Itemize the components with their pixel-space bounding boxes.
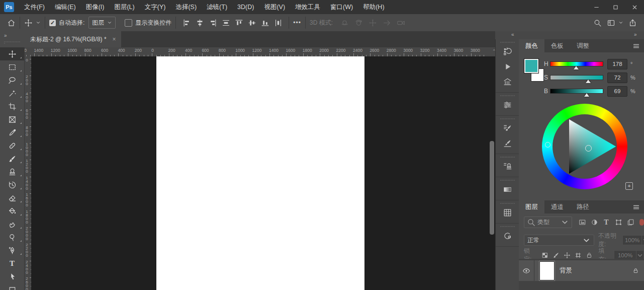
slider-track[interactable]	[550, 89, 603, 94]
auto-select-dropdown[interactable]: 图层	[88, 17, 116, 29]
auto-select-checkbox[interactable]: ✓	[49, 20, 56, 26]
image-filter-icon[interactable]	[576, 219, 588, 226]
blend-mode-dropdown[interactable]: 正常	[524, 235, 594, 246]
menu-item-v[interactable]: 视图(V)	[259, 0, 290, 14]
frame-tool[interactable]	[0, 113, 24, 126]
type-tool[interactable]: T	[0, 257, 24, 270]
minimize-button[interactable]	[587, 0, 606, 14]
collapse-dock-icon[interactable]: «	[511, 32, 514, 37]
color-tab-颜色[interactable]: 颜色	[519, 39, 544, 52]
smart-object-filter-icon[interactable]	[624, 219, 636, 226]
layer-thumbnail[interactable]	[539, 261, 555, 280]
color-panel-menu-icon[interactable]	[632, 42, 640, 50]
history-panel-icon[interactable]	[499, 44, 516, 59]
menu-item-h[interactable]: 帮助(H)	[358, 0, 389, 14]
menu-item-dd[interactable]: 3D(D)	[232, 0, 259, 14]
slider-thumb[interactable]	[574, 66, 579, 69]
lock-checker-icon[interactable]	[539, 252, 550, 259]
menu-item-f[interactable]: 文件(F)	[19, 0, 50, 14]
opacity-value[interactable]: 100%	[622, 235, 642, 245]
lock-artboard-icon[interactable]	[573, 252, 584, 259]
brush-tool[interactable]	[0, 152, 24, 165]
menu-item-[interactable]: 增效工具	[290, 0, 325, 14]
wand-tool[interactable]	[0, 87, 24, 100]
distribute-v-icon[interactable]	[271, 16, 285, 29]
type-small-filter-icon[interactable]: T	[600, 219, 612, 227]
sb-marker[interactable]	[585, 145, 592, 152]
slider-value-input[interactable]: 69	[607, 86, 627, 97]
sb-triangle[interactable]	[542, 104, 627, 189]
align-right-icon[interactable]	[206, 16, 219, 29]
foreground-color-swatch[interactable]	[524, 58, 539, 74]
share-icon[interactable]	[628, 16, 637, 29]
rotate-view-panel-icon[interactable]	[499, 228, 516, 243]
chevron-down-icon[interactable]	[36, 20, 41, 25]
slider-track[interactable]	[550, 75, 603, 80]
slider-track[interactable]	[550, 61, 603, 66]
marquee-tool[interactable]	[0, 60, 24, 74]
history-brush-tool[interactable]	[0, 178, 24, 191]
close-button[interactable]	[625, 0, 644, 14]
menu-item-l[interactable]: 图层(L)	[109, 0, 139, 14]
layer-visibility-eye-icon[interactable]	[519, 260, 534, 281]
filter-type-dropdown[interactable]: 类型	[524, 216, 572, 228]
healing-tool[interactable]	[0, 139, 24, 152]
libraries-panel-icon[interactable]	[499, 74, 516, 89]
chevron-down-icon[interactable]	[618, 20, 623, 25]
rectangle-tool[interactable]	[0, 283, 24, 290]
menu-item-w[interactable]: 窗口(W)	[325, 0, 358, 14]
add-swatch-button[interactable]: +	[625, 182, 633, 190]
shape-filter-icon[interactable]	[612, 219, 624, 226]
color-tab-色板[interactable]: 色板	[544, 39, 570, 52]
layers-panel-menu-icon[interactable]	[632, 203, 640, 211]
scrollbar-thumb[interactable]	[490, 141, 494, 235]
slider-thumb[interactable]	[584, 93, 589, 97]
more-options-button[interactable]: •••	[293, 16, 301, 29]
maximize-button[interactable]	[606, 0, 625, 14]
close-tab-icon[interactable]: ×	[113, 36, 116, 43]
hue-marker[interactable]	[545, 142, 550, 148]
move-tool-icon[interactable]	[24, 16, 33, 29]
menu-item-i[interactable]: 图像(I)	[81, 0, 110, 14]
slider-value-input[interactable]: 178	[607, 59, 627, 69]
color-tab-调整[interactable]: 调整	[570, 39, 596, 52]
align-top-icon[interactable]	[232, 16, 245, 29]
home-icon[interactable]	[7, 16, 16, 29]
grip-dots[interactable]	[4, 41, 21, 44]
eraser-tool[interactable]	[0, 191, 24, 204]
layers-tab-图层[interactable]: 图层	[519, 200, 544, 213]
slider-value-input[interactable]: 72	[607, 72, 627, 83]
brush-settings-panel-icon[interactable]	[499, 120, 516, 135]
document-canvas[interactable]	[156, 56, 364, 290]
collapse-toolbar-icon[interactable]: »	[4, 33, 7, 38]
show-transform-checkbox[interactable]	[125, 19, 132, 27]
pen-tool[interactable]	[0, 244, 24, 257]
lock-move-small-icon[interactable]	[562, 252, 573, 259]
search-icon[interactable]	[593, 16, 602, 29]
align-bottom-icon[interactable]	[258, 16, 271, 29]
gradients-panel-icon[interactable]	[499, 182, 516, 197]
actions-panel-icon[interactable]	[499, 59, 516, 74]
lock-lock-icon[interactable]	[584, 252, 595, 259]
patterns-panel-icon[interactable]	[499, 205, 516, 220]
align-middle-v-icon[interactable]	[245, 16, 258, 29]
layers-tab-路径[interactable]: 路径	[570, 200, 596, 213]
crop-tool[interactable]	[0, 100, 24, 113]
stamp-tool[interactable]	[0, 165, 24, 178]
canvas-area[interactable]: ⌃	[31, 56, 495, 290]
document-tab[interactable]: 未标题-2 @ 16.7%(RGB/8) * ×	[24, 31, 121, 47]
menu-item-t[interactable]: 滤镜(T)	[202, 0, 232, 14]
filter-toggle[interactable]	[639, 219, 644, 226]
menu-item-y[interactable]: 文字(Y)	[140, 0, 171, 14]
adjustment-filter-icon[interactable]	[588, 219, 600, 226]
align-left-icon[interactable]	[180, 16, 193, 29]
vertical-scrollbar[interactable]	[489, 141, 495, 290]
clone-source-panel-icon[interactable]	[499, 159, 516, 174]
lock-brush-small-icon[interactable]	[550, 252, 562, 259]
brushes-panel-icon[interactable]	[499, 135, 516, 151]
menu-item-e[interactable]: 编辑(E)	[50, 0, 81, 14]
horizontal-ruler[interactable]: 1600140012001000800600400200020040060080…	[24, 47, 495, 57]
chevron-down-icon[interactable]	[642, 235, 644, 245]
layer-name[interactable]: 背景	[560, 266, 632, 275]
layers-tab-通道[interactable]: 通道	[544, 200, 570, 213]
